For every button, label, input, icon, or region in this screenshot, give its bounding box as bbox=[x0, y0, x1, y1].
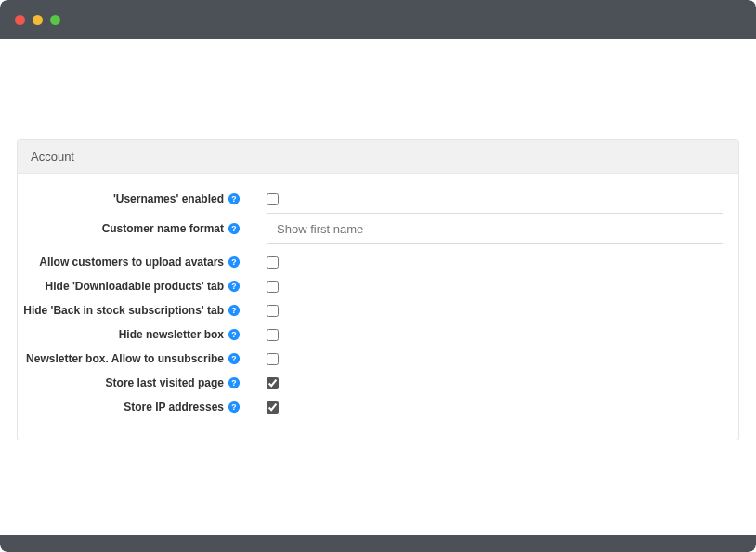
label-newsletter-allow-unsubscribe: Newsletter box. Allow to unsubscribe ? bbox=[33, 352, 246, 365]
help-icon[interactable]: ? bbox=[228, 401, 241, 414]
top-spacer bbox=[17, 56, 739, 139]
content-area: Account 'Usernames' enabled ? bbox=[0, 39, 756, 535]
control-allow-upload-avatars bbox=[246, 256, 723, 269]
control-customer-name-format bbox=[246, 213, 723, 244]
panel-title: Account bbox=[31, 150, 74, 164]
row-hide-downloadable-products-tab: Hide 'Downloadable products' tab ? bbox=[33, 274, 723, 298]
usernames-enabled-checkbox[interactable] bbox=[267, 193, 279, 205]
row-allow-upload-avatars: Allow customers to upload avatars ? bbox=[33, 250, 723, 274]
svg-text:?: ? bbox=[231, 330, 236, 339]
store-ip-addresses-checkbox[interactable] bbox=[267, 401, 279, 414]
row-hide-back-in-stock-tab: Hide 'Back in stock subscriptions' tab ? bbox=[33, 298, 723, 322]
svg-text:?: ? bbox=[231, 282, 236, 291]
control-store-last-visited-page bbox=[246, 377, 723, 389]
row-customer-name-format: Customer name format ? bbox=[33, 211, 723, 250]
label-store-ip-addresses: Store IP addresses ? bbox=[33, 401, 246, 414]
svg-text:?: ? bbox=[231, 354, 236, 363]
control-hide-newsletter-box bbox=[246, 329, 723, 341]
row-hide-newsletter-box: Hide newsletter box ? bbox=[33, 322, 723, 347]
svg-text:?: ? bbox=[231, 402, 236, 412]
window: Account 'Usernames' enabled ? bbox=[0, 0, 756, 552]
window-close-dot[interactable] bbox=[15, 15, 25, 25]
svg-text:?: ? bbox=[231, 378, 236, 388]
help-icon[interactable]: ? bbox=[228, 328, 241, 341]
store-last-visited-page-checkbox[interactable] bbox=[267, 377, 279, 389]
help-icon[interactable]: ? bbox=[228, 280, 241, 293]
help-icon[interactable]: ? bbox=[228, 256, 241, 269]
label-text: 'Usernames' enabled bbox=[113, 192, 224, 205]
titlebar bbox=[0, 0, 756, 39]
label-customer-name-format: Customer name format ? bbox=[33, 222, 246, 235]
label-allow-upload-avatars: Allow customers to upload avatars ? bbox=[33, 256, 246, 269]
hide-newsletter-box-checkbox[interactable] bbox=[267, 329, 279, 341]
label-store-last-visited-page: Store last visited page ? bbox=[33, 376, 246, 389]
hide-downloadable-products-tab-checkbox[interactable] bbox=[267, 281, 279, 293]
control-hide-downloadable-products-tab bbox=[246, 281, 723, 293]
newsletter-allow-unsubscribe-checkbox[interactable] bbox=[267, 353, 279, 365]
label-text: Hide 'Downloadable products' tab bbox=[46, 280, 224, 293]
help-icon[interactable]: ? bbox=[228, 304, 241, 317]
window-maximize-dot[interactable] bbox=[50, 15, 60, 25]
row-usernames-enabled: 'Usernames' enabled ? bbox=[33, 187, 723, 211]
label-text: Allow customers to upload avatars bbox=[39, 256, 224, 269]
account-panel: Account 'Usernames' enabled ? bbox=[17, 139, 739, 440]
panel-body: 'Usernames' enabled ? Customer name form… bbox=[18, 174, 738, 440]
control-store-ip-addresses bbox=[246, 401, 723, 414]
svg-text:?: ? bbox=[231, 224, 236, 233]
row-store-last-visited-page: Store last visited page ? bbox=[33, 371, 723, 395]
help-icon[interactable]: ? bbox=[228, 192, 241, 205]
row-newsletter-allow-unsubscribe: Newsletter box. Allow to unsubscribe ? bbox=[33, 347, 723, 371]
window-minimize-dot[interactable] bbox=[33, 15, 43, 25]
row-store-ip-addresses: Store IP addresses ? bbox=[33, 395, 723, 419]
label-text: Hide newsletter box bbox=[119, 328, 224, 341]
label-text: Newsletter box. Allow to unsubscribe bbox=[26, 352, 224, 365]
svg-text:?: ? bbox=[231, 257, 236, 267]
label-usernames-enabled: 'Usernames' enabled ? bbox=[33, 192, 246, 205]
panel-header: Account bbox=[18, 140, 738, 174]
label-text: Store last visited page bbox=[106, 376, 224, 389]
control-usernames-enabled bbox=[246, 193, 723, 205]
help-icon[interactable]: ? bbox=[228, 222, 241, 235]
svg-text:?: ? bbox=[231, 306, 236, 315]
label-text: Hide 'Back in stock subscriptions' tab bbox=[23, 304, 224, 317]
bottombar bbox=[0, 535, 756, 552]
customer-name-format-select[interactable] bbox=[267, 213, 723, 244]
label-text: Customer name format bbox=[102, 222, 224, 235]
svg-text:?: ? bbox=[231, 194, 236, 204]
hide-back-in-stock-tab-checkbox[interactable] bbox=[267, 305, 279, 317]
allow-upload-avatars-checkbox[interactable] bbox=[267, 256, 279, 269]
help-icon[interactable]: ? bbox=[228, 352, 241, 365]
label-hide-back-in-stock-tab: Hide 'Back in stock subscriptions' tab ? bbox=[33, 304, 246, 317]
help-icon[interactable]: ? bbox=[228, 376, 241, 389]
label-hide-newsletter-box: Hide newsletter box ? bbox=[33, 328, 246, 341]
label-hide-downloadable-products-tab: Hide 'Downloadable products' tab ? bbox=[33, 280, 246, 293]
control-newsletter-allow-unsubscribe bbox=[246, 353, 723, 365]
label-text: Store IP addresses bbox=[124, 401, 224, 414]
control-hide-back-in-stock-tab bbox=[246, 305, 723, 317]
